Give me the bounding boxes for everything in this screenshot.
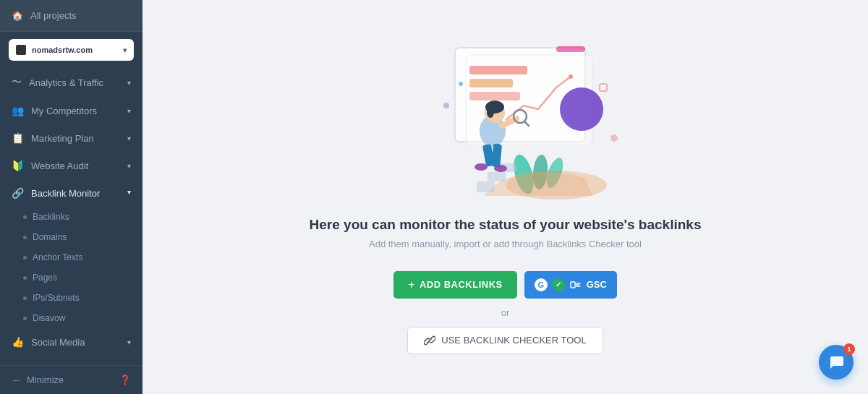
minimize-arrow-icon: ← xyxy=(12,374,21,385)
site-favicon xyxy=(16,45,26,55)
hero-subtitle: Add them manually, import or add through… xyxy=(310,239,702,249)
link-icon: 🔗 xyxy=(12,187,24,199)
sidebar-item-audit[interactable]: 🔰 Website Audit ▾ xyxy=(0,152,142,179)
bullet-icon xyxy=(23,236,27,239)
chat-bubble[interactable]: 1 xyxy=(819,345,854,380)
minimize-button[interactable]: ← Minimize ❓ xyxy=(0,365,142,394)
chevron-icon: ▾ xyxy=(127,134,131,142)
hero-text-block: Here you can monitor the status of your … xyxy=(310,217,702,265)
sidebar-item-competitors[interactable]: 👥 My Competitors ▾ xyxy=(0,97,142,124)
check-icon: ✓ xyxy=(552,278,565,291)
sidebar-item-backlink[interactable]: 🔗 Backlink Monitor ▴ xyxy=(0,179,142,207)
chevron-icon: ▾ xyxy=(127,79,131,87)
social-icon: 👍 xyxy=(12,336,24,348)
chevron-icon: ▾ xyxy=(127,107,131,115)
chat-icon xyxy=(828,354,844,370)
or-divider: or xyxy=(501,307,510,318)
google-g-icon: G xyxy=(535,278,548,291)
gsc-link-icon xyxy=(569,278,582,291)
main-content: Here you can monitor the status of your … xyxy=(142,0,868,394)
people-icon: 👥 xyxy=(12,105,24,116)
chain-link-icon xyxy=(424,335,435,346)
sidebar-item-backlinks[interactable]: Backlinks xyxy=(0,207,142,227)
svg-rect-29 xyxy=(600,84,607,91)
bullet-icon xyxy=(23,296,27,300)
bullet-icon xyxy=(23,215,27,219)
gsc-button[interactable]: G ✓ GSC xyxy=(524,271,617,299)
svg-rect-13 xyxy=(488,172,506,181)
home-icon: 🏠 xyxy=(12,10,23,21)
site-name: nomadsrtw.com xyxy=(32,46,117,54)
help-icon[interactable]: ❓ xyxy=(119,374,131,385)
backlink-checker-button[interactable]: USE BACKLINK CHECKER TOOL xyxy=(407,327,603,354)
sidebar-item-marketing[interactable]: 📋 Marketing Plan ▾ xyxy=(0,124,142,152)
sidebar: 🏠 All projects nomadsrtw.com ▾ 〜 Analyti… xyxy=(0,0,142,394)
svg-point-6 xyxy=(560,87,603,131)
svg-point-27 xyxy=(443,103,449,108)
cta-row: + ADD BACKLINKS G ✓ GSC xyxy=(393,271,617,299)
bullet-icon xyxy=(23,256,27,260)
nav-section: 〜 Analytics & Traffic ▾ 👥 My Competitors… xyxy=(0,68,142,365)
svg-rect-7 xyxy=(556,46,585,52)
chevron-icon: ▾ xyxy=(127,338,131,346)
plus-icon: + xyxy=(408,278,415,291)
all-projects-label: All projects xyxy=(30,10,77,21)
add-backlinks-button[interactable]: + ADD BACKLINKS xyxy=(393,271,517,299)
svg-rect-30 xyxy=(571,282,575,288)
svg-point-21 xyxy=(475,163,488,171)
chevron-up-icon: ▴ xyxy=(127,189,131,197)
sidebar-item-pages[interactable]: Pages xyxy=(0,267,142,288)
site-selector[interactable]: nomadsrtw.com ▾ xyxy=(9,39,134,61)
chevron-down-icon: ▾ xyxy=(123,46,127,54)
bullet-icon xyxy=(23,276,27,280)
chevron-icon: ▾ xyxy=(127,162,131,170)
svg-point-22 xyxy=(494,165,507,172)
sidebar-item-anchor-texts[interactable]: Anchor Texts xyxy=(0,247,142,267)
sidebar-item-disavow[interactable]: Disavow xyxy=(0,308,142,328)
sidebar-item-ips-subnets[interactable]: IPs/Subnets xyxy=(0,288,142,308)
svg-rect-12 xyxy=(477,181,495,192)
sidebar-item-analytics[interactable]: 〜 Analytics & Traffic ▾ xyxy=(0,68,142,97)
svg-point-18 xyxy=(487,106,494,118)
pulse-icon: 〜 xyxy=(12,76,22,89)
bullet-icon xyxy=(23,317,27,320)
backlink-illustration xyxy=(383,40,629,200)
chat-badge: 1 xyxy=(843,343,855,355)
svg-point-28 xyxy=(610,134,618,142)
svg-point-26 xyxy=(459,82,463,86)
hero-title: Here you can monitor the status of your … xyxy=(310,217,702,233)
sidebar-item-social-media[interactable]: 👍 Social Media ▾ xyxy=(0,328,142,356)
all-projects-link[interactable]: 🏠 All projects xyxy=(0,0,142,32)
shield-icon: 🔰 xyxy=(12,160,24,171)
sidebar-item-domains[interactable]: Domains xyxy=(0,227,142,247)
marketing-icon: 📋 xyxy=(12,132,24,144)
